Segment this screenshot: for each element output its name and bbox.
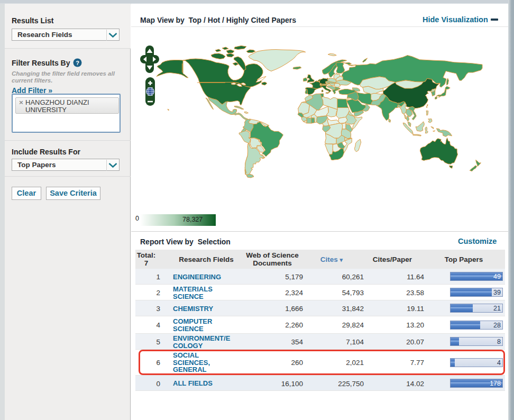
svg-text:?: ?: [76, 60, 79, 66]
